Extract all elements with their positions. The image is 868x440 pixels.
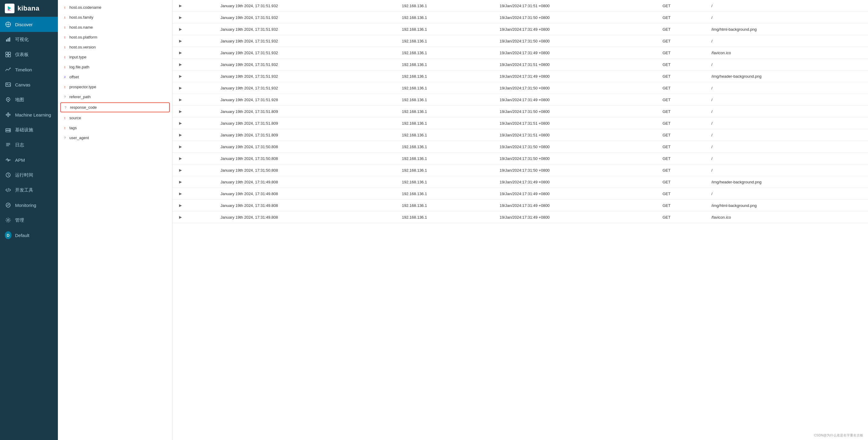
table-row: ▶ January 19th 2024, 17:31:50.808 192.16… (173, 153, 868, 164)
svg-point-13 (7, 99, 9, 100)
expand-button[interactable]: ▶ (177, 121, 184, 126)
cell-method: GET (657, 188, 706, 200)
field-name-label: host.os.codename (69, 5, 101, 10)
expand-button[interactable]: ▶ (177, 156, 184, 161)
table-row: ▶ January 19th 2024, 17:31:50.808 192.16… (173, 164, 868, 176)
cell-ip: 192.168.136.1 (397, 106, 495, 117)
field-item-host-os-platform[interactable]: thost.os.platform (58, 32, 172, 42)
dashboard-icon (5, 51, 11, 58)
sidebar-item-devtools[interactable]: 开发工具 (0, 182, 58, 198)
sidebar-item-logs[interactable]: 日志 (0, 137, 58, 153)
cell-path: / (706, 106, 868, 117)
svg-point-2 (7, 24, 9, 25)
field-item-user_agent[interactable]: ?user_agent (58, 133, 172, 143)
table-row: ▶ January 19th 2024, 17:31:51.932 192.16… (173, 24, 868, 35)
cell-ip: 192.168.136.1 (397, 0, 495, 12)
cell-timestamp: January 19th 2024, 17:31:51.932 (216, 0, 397, 12)
sidebar-item-visualize[interactable]: 可视化 (0, 32, 58, 47)
cell-path: / (706, 164, 868, 176)
cell-ip: 192.168.136.1 (397, 94, 495, 106)
cell-path: /img/header-background.png (706, 70, 868, 82)
sidebar-item-discover[interactable]: Discover (0, 17, 58, 32)
field-type-indicator: t (63, 6, 67, 9)
sidebar-label-canvas: Canvas (15, 82, 30, 87)
table-row: ▶ January 19th 2024, 17:31:51.932 192.16… (173, 47, 868, 59)
table-row: ▶ January 19th 2024, 17:31:51.932 192.16… (173, 70, 868, 82)
expand-button[interactable]: ▶ (177, 109, 184, 114)
expand-button[interactable]: ▶ (177, 85, 184, 91)
svg-point-20 (9, 131, 10, 132)
field-name-label: offset (69, 75, 79, 79)
sidebar-item-timelion[interactable]: Timelion (0, 62, 58, 77)
expand-button[interactable]: ▶ (177, 73, 184, 79)
sidebar-item-management[interactable]: 管理 (0, 213, 58, 228)
field-item-referer_path[interactable]: ?referer_path (58, 92, 172, 102)
sidebar-item-default[interactable]: DDefault (0, 228, 58, 243)
expand-button[interactable]: ▶ (177, 27, 184, 32)
cell-ip: 192.168.136.1 (397, 12, 495, 24)
field-item-host-os-family[interactable]: thost.os.family (58, 12, 172, 22)
field-type-indicator: t (63, 85, 67, 89)
sidebar-item-ml[interactable]: Machine Learning (0, 107, 58, 122)
cell-date: 19/Jan/2024:17:31:50 +0800 (495, 141, 657, 153)
expand-button[interactable]: ▶ (177, 179, 184, 184)
sidebar-label-visualize: 可视化 (15, 37, 29, 42)
cell-timestamp: January 19th 2024, 17:31:51.809 (216, 117, 397, 129)
expand-button[interactable]: ▶ (177, 144, 184, 149)
svg-point-15 (7, 113, 9, 114)
table-row: ▶ January 19th 2024, 17:31:51.809 192.16… (173, 129, 868, 141)
cell-timestamp: January 19th 2024, 17:31:51.932 (216, 12, 397, 24)
expand-button[interactable]: ▶ (177, 214, 184, 220)
sidebar-item-dashboard[interactable]: 仪表板 (0, 47, 58, 62)
field-item-log-file-path[interactable]: tlog.file.path (58, 62, 172, 72)
cell-method: GET (657, 35, 706, 47)
sidebar-item-apm[interactable]: APM (0, 153, 58, 167)
apm-icon (5, 157, 11, 163)
sidebar-label-apm: APM (15, 158, 25, 163)
expand-button[interactable]: ▶ (177, 167, 184, 173)
cell-method: GET (657, 47, 706, 59)
field-item-input-type[interactable]: tinput.type (58, 52, 172, 62)
field-item-host-os-name[interactable]: thost.os.name (58, 22, 172, 32)
expand-button[interactable]: ▶ (177, 97, 184, 102)
data-table-area[interactable]: ▶ January 19th 2024, 17:31:51.932 192.16… (173, 0, 868, 440)
cell-path: /img/header-background.png (706, 176, 868, 188)
svg-rect-7 (8, 52, 10, 54)
field-item-source[interactable]: tsource (58, 113, 172, 123)
sidebar-item-maps[interactable]: 地图 (0, 92, 58, 107)
uptime-icon (5, 172, 11, 178)
field-item-offset[interactable]: #offset (58, 72, 172, 82)
expand-button[interactable]: ▶ (177, 38, 184, 44)
field-item-tags[interactable]: ttags (58, 123, 172, 133)
expand-button[interactable]: ▶ (177, 15, 184, 20)
sidebar-item-monitoring[interactable]: Monitoring (0, 198, 58, 213)
field-item-host-os-codename[interactable]: thost.os.codename (58, 2, 172, 12)
cell-timestamp: January 19th 2024, 17:31:50.808 (216, 164, 397, 176)
svg-rect-6 (6, 52, 8, 54)
cell-date: 19/Jan/2024:17:31:49 +0800 (495, 47, 657, 59)
svg-point-17 (7, 116, 9, 117)
expand-button[interactable]: ▶ (177, 3, 184, 8)
expand-button[interactable]: ▶ (177, 191, 184, 196)
cell-date: 19/Jan/2024:17:31:50 +0800 (495, 106, 657, 117)
sidebar-item-infrastructure[interactable]: 基础设施 (0, 122, 58, 137)
expand-button[interactable]: ▶ (177, 62, 184, 67)
expand-button[interactable]: ▶ (177, 50, 184, 56)
sidebar-item-canvas[interactable]: Canvas (0, 77, 58, 92)
cell-path: / (706, 59, 868, 70)
expand-button[interactable]: ▶ (177, 203, 184, 208)
sidebar-label-maps: 地图 (15, 97, 24, 103)
watermark: CSDN@为什么老是名字重名古板 (814, 433, 863, 438)
field-type-indicator: t (63, 16, 67, 19)
svg-rect-8 (6, 55, 8, 57)
expand-button[interactable]: ▶ (177, 132, 184, 138)
cell-ip: 192.168.136.1 (397, 82, 495, 94)
table-row: ▶ January 19th 2024, 17:31:51.932 192.16… (173, 12, 868, 24)
sidebar-label-dashboard: 仪表板 (15, 52, 29, 58)
cell-method: GET (657, 211, 706, 223)
field-item-prospector-type[interactable]: tprospector.type (58, 82, 172, 92)
sidebar-item-uptime[interactable]: 运行时间 (0, 167, 58, 182)
field-item-response_code[interactable]: ?response_code (60, 102, 170, 112)
field-item-host-os-version[interactable]: thost.os.version (58, 42, 172, 52)
cell-method: GET (657, 59, 706, 70)
